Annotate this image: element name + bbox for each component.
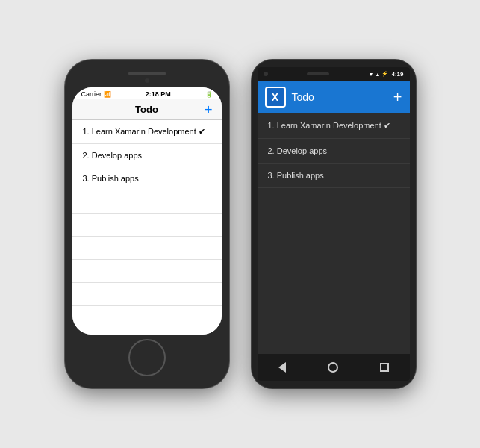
ios-list-item (72, 283, 222, 306)
android-signal-icon: ▼ (369, 72, 374, 77)
ios-home-button[interactable] (128, 339, 166, 376)
ios-add-button[interactable]: + (205, 103, 213, 116)
android-recents-button[interactable] (380, 363, 389, 372)
xamarin-icon: X (265, 87, 286, 108)
android-phone: ▼ ▲ ⚡ 4:19 X Todo + 1. Learn Xamarin Dev… (252, 60, 416, 388)
android-top-bar: ▼ ▲ ⚡ 4:19 (258, 67, 410, 81)
ios-list-item (72, 190, 222, 214)
android-status-icons: ▼ ▲ ⚡ 4:19 (369, 71, 404, 78)
xamarin-icon-letter: X (272, 91, 278, 103)
ios-front-camera (145, 78, 149, 83)
ios-list-item[interactable]: 1. Learn Xamarin Development ✔ (72, 120, 222, 144)
ios-carrier: Carrier (81, 90, 102, 98)
android-back-button[interactable] (278, 362, 286, 373)
ios-speaker (128, 72, 166, 75)
android-list-item[interactable]: 3. Publish apps (258, 164, 410, 188)
android-list-item[interactable]: 1. Learn Xamarin Development ✔ (258, 113, 410, 139)
ios-todo-list: 1. Learn Xamarin Development ✔ 2. Develo… (72, 120, 222, 335)
ios-nav-bar: Todo + (72, 99, 222, 120)
ios-list-item (72, 260, 222, 283)
android-app-bar: X Todo + (258, 81, 410, 113)
android-app-bar-left: X Todo (265, 87, 314, 108)
ios-wifi-icon: 📶 (104, 91, 111, 98)
ios-status-left: Carrier 📶 (81, 90, 112, 98)
ios-list-item (72, 214, 222, 237)
android-add-button[interactable]: + (393, 90, 402, 105)
ios-list-item (72, 237, 222, 260)
android-nav-bar (258, 354, 410, 381)
android-home-button[interactable] (328, 362, 338, 373)
android-front-camera (264, 72, 268, 76)
android-time: 4:19 (391, 71, 403, 78)
ios-screen: Carrier 📶 2:18 PM 🔋 Todo + 1. Learn Xama… (72, 87, 222, 335)
ios-phone: Carrier 📶 2:18 PM 🔋 Todo + 1. Learn Xama… (65, 60, 229, 388)
ios-status-bar: Carrier 📶 2:18 PM 🔋 (72, 87, 222, 99)
ios-list-item (72, 329, 222, 335)
android-todo-list: 1. Learn Xamarin Development ✔ 2. Develo… (258, 113, 410, 354)
ios-status-right: 🔋 (205, 91, 213, 98)
android-screen: ▼ ▲ ⚡ 4:19 X Todo + 1. Learn Xamarin Dev… (258, 67, 410, 381)
ios-time: 2:18 PM (146, 90, 171, 98)
ios-list-item (72, 306, 222, 329)
ios-list-item[interactable]: 2. Develop apps (72, 144, 222, 167)
android-speaker (307, 72, 329, 75)
android-wifi-icon: ▲ (375, 72, 381, 77)
ios-nav-title: Todo (135, 104, 158, 115)
android-battery-icon: ⚡ (381, 71, 388, 77)
ios-battery-icon: 🔋 (205, 91, 213, 98)
android-list-item[interactable]: 2. Develop apps (258, 139, 410, 164)
android-app-title: Todo (292, 91, 314, 103)
ios-list-item[interactable]: 3. Publish apps (72, 167, 222, 190)
